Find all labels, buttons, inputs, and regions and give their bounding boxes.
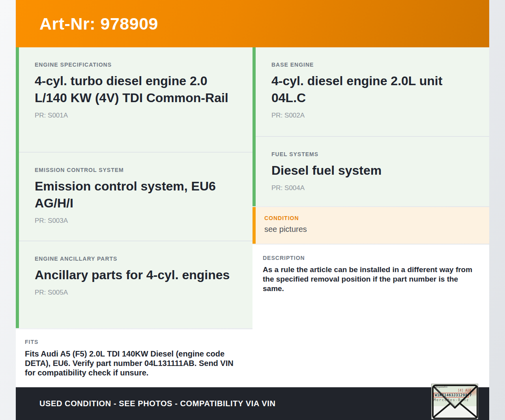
footer-banner: USED CONDITION - SEE PHOTOS - COMPATIBIL…: [16, 387, 489, 420]
card-label: ENGINE ANCILLARY PARTS: [35, 256, 241, 262]
fits-card: FITS Fits Audi A5 (F5) 2.0L TDI 140KW Di…: [16, 329, 252, 387]
card-pr-code: PR: S004A: [271, 184, 477, 192]
card-pr-code: PR: S001A: [35, 112, 241, 119]
card-pr-code: PR: S003A: [35, 217, 241, 225]
fits-text: Fits Audi A5 (F5) 2.0L TDI 140KW Diesel …: [25, 349, 240, 377]
card-label: ENGINE SPECIFICATIONS: [35, 62, 241, 68]
listing-page: Art-Nr: 978909 ENGINE SPECIFICATIONS 4-c…: [16, 0, 489, 420]
spec-card-fuel-systems: FUEL SYSTEMS Diesel fuel system PR: S004…: [256, 136, 489, 206]
content-columns: ENGINE SPECIFICATIONS 4-cyl. turbo diese…: [16, 47, 489, 387]
card-title: Diesel fuel system: [271, 162, 477, 179]
spec-card-base-engine: BASE ENGINE 4-cyl. diesel engine 2.0L un…: [256, 47, 489, 136]
vin-document-photo: Fahrgestellnr. [4] A|A W1K71463J31298 7 …: [431, 384, 478, 419]
fits-label: FITS: [25, 339, 241, 345]
card-title: Ancillary parts for 4-cyl. engines: [35, 267, 241, 284]
card-label: BASE ENGINE: [271, 62, 477, 68]
condition-card: CONDITION see pictures: [252, 207, 489, 244]
right-spec-card-stack: BASE ENGINE 4-cyl. diesel engine 2.0L un…: [252, 47, 489, 206]
card-label: EMISSION CONTROL SYSTEM: [35, 167, 241, 173]
article-number-title: Art-Nr: 978909: [39, 14, 158, 34]
spec-card-emission-control: EMISSION CONTROL SYSTEM Emission control…: [19, 152, 252, 241]
footer-text: USED CONDITION - SEE PHOTOS - COMPATIBIL…: [39, 399, 275, 408]
description-label: DESCRIPTION: [263, 255, 479, 261]
card-title: Emission control system, EU6 AG/H/I: [35, 178, 241, 212]
card-title: 4-cyl. diesel engine 2.0L unit 04L.C: [271, 73, 477, 106]
left-column: ENGINE SPECIFICATIONS 4-cyl. turbo diese…: [16, 47, 252, 387]
condition-label: CONDITION: [264, 215, 481, 221]
right-column: BASE ENGINE 4-cyl. diesel engine 2.0L un…: [252, 47, 489, 387]
card-label: FUEL SYSTEMS: [271, 151, 477, 157]
card-pr-code: PR: S002A: [271, 112, 477, 119]
spec-card-ancillary-parts: ENGINE ANCILLARY PARTS Ancillary parts f…: [19, 241, 252, 328]
spec-card-engine-specifications: ENGINE SPECIFICATIONS 4-cyl. turbo diese…: [19, 47, 252, 152]
card-pr-code: PR: S005A: [35, 289, 241, 297]
envelope-icon: [432, 384, 478, 419]
description-text: As a rule the article can be installed i…: [263, 265, 479, 293]
header-banner: Art-Nr: 978909: [16, 0, 489, 47]
condition-text: see pictures: [264, 225, 481, 234]
description-section: DESCRIPTION As a rule the article can be…: [252, 245, 489, 387]
card-title: 4-cyl. turbo diesel engine 2.0 L/140 KW …: [35, 73, 241, 106]
left-spec-card-stack: ENGINE SPECIFICATIONS 4-cyl. turbo diese…: [16, 47, 252, 328]
